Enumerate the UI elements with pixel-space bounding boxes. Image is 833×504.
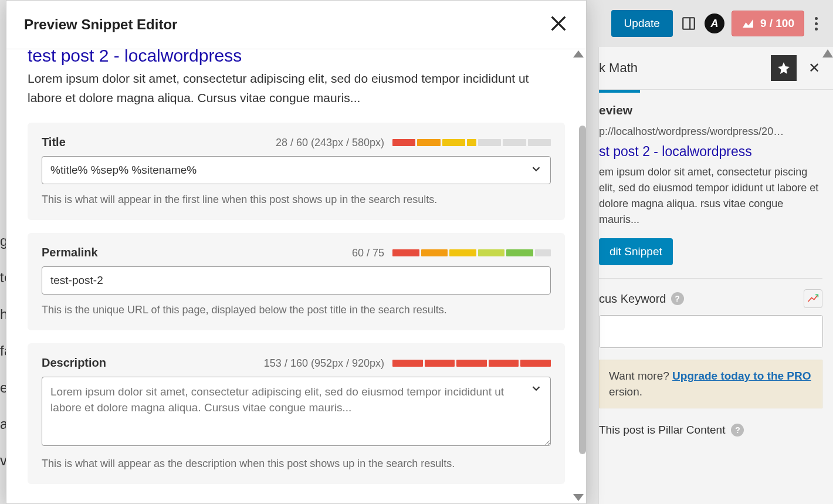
update-button[interactable]: Update bbox=[611, 10, 673, 37]
sidebar-tab-label[interactable]: k Math bbox=[599, 60, 771, 76]
title-counter: 28 / 60 (243px / 580px) bbox=[276, 137, 384, 149]
focus-keyword-row: cus Keyword ? bbox=[599, 289, 822, 308]
scroll-down-icon[interactable] bbox=[573, 494, 584, 501]
scrollbar-thumb[interactable] bbox=[579, 126, 586, 454]
snippet-editor-modal: Preview Snippet Editor test post 2 - loc… bbox=[6, 0, 587, 504]
upgrade-callout: Want more? Upgrade today to the PRO ersi… bbox=[599, 360, 822, 408]
permalink-input[interactable] bbox=[42, 266, 551, 295]
seo-score-badge[interactable]: 9 / 100 bbox=[732, 11, 804, 36]
rankmath-logo-icon[interactable]: A bbox=[705, 13, 724, 33]
focus-keyword-label: cus Keyword bbox=[599, 292, 666, 306]
modal-title: Preview Snippet Editor bbox=[24, 16, 548, 33]
permalink-help-text: This is the unique URL of this page, dis… bbox=[42, 304, 551, 316]
preview-snippet-desc: em ipsum dolor sit amet, consectetur pis… bbox=[599, 164, 822, 228]
upgrade-text-post: ersion. bbox=[609, 385, 642, 398]
seo-score-value: 9 / 100 bbox=[760, 17, 794, 30]
description-textarea[interactable] bbox=[42, 377, 551, 446]
title-label: Title bbox=[42, 136, 66, 149]
star-icon[interactable] bbox=[771, 55, 797, 81]
help-icon[interactable]: ? bbox=[671, 292, 684, 305]
permalink-progress bbox=[392, 249, 551, 256]
sidebar-body: eview p://localhost/wordpress/wordpress/… bbox=[599, 93, 833, 447]
description-progress bbox=[392, 360, 551, 367]
edit-snippet-button[interactable]: dit Snippet bbox=[599, 238, 673, 265]
close-icon[interactable]: ✕ bbox=[804, 57, 825, 79]
title-progress bbox=[392, 139, 551, 146]
scroll-up-icon[interactable] bbox=[822, 49, 833, 57]
trends-icon[interactable] bbox=[804, 289, 822, 308]
preview-heading: eview bbox=[599, 103, 822, 117]
chevron-down-icon[interactable] bbox=[530, 382, 543, 397]
serp-preview-title: test post 2 - localwordpress bbox=[28, 49, 565, 66]
title-input[interactable] bbox=[42, 156, 551, 184]
chevron-down-icon[interactable] bbox=[530, 163, 543, 178]
upgrade-link[interactable]: Upgrade today to the PRO bbox=[672, 370, 811, 382]
modal-header: Preview Snippet Editor bbox=[6, 1, 586, 49]
pillar-content-row[interactable]: This post is Pillar Content ? bbox=[599, 420, 822, 437]
top-toolbar: Update A 9 / 100 bbox=[611, 0, 833, 47]
title-help-text: This is what will appear in the first li… bbox=[42, 194, 551, 206]
description-label: Description bbox=[42, 356, 106, 370]
description-help-text: This is what will appear as the descript… bbox=[42, 458, 551, 470]
permalink-counter: 60 / 75 bbox=[352, 247, 384, 259]
permalink-label: Permalink bbox=[42, 246, 98, 259]
close-icon[interactable] bbox=[548, 13, 568, 36]
panel-toggle-icon[interactable] bbox=[680, 15, 697, 32]
permalink-field-card: Permalink 60 / 75 This is the unique URL… bbox=[28, 233, 565, 330]
focus-keyword-input[interactable] bbox=[599, 315, 823, 348]
modal-scrollbar[interactable] bbox=[578, 55, 586, 498]
sidebar-header: k Math ✕ bbox=[599, 47, 833, 90]
help-icon[interactable]: ? bbox=[731, 424, 744, 437]
divider bbox=[599, 278, 822, 279]
rankmath-sidebar: k Math ✕ eview p://localhost/wordpress/w… bbox=[598, 47, 833, 504]
title-field-card: Title 28 / 60 (243px / 580px) This is wh… bbox=[28, 123, 565, 220]
pillar-label: This post is Pillar Content bbox=[599, 424, 725, 437]
serp-preview-desc: Lorem ipsum dolor sit amet, consectetur … bbox=[28, 69, 565, 107]
description-counter: 153 / 160 (952px / 920px) bbox=[264, 357, 384, 370]
modal-body: test post 2 - localwordpress Lorem ipsum… bbox=[6, 49, 586, 503]
upgrade-text-pre: Want more? bbox=[609, 370, 672, 382]
preview-url: p://localhost/wordpress/wordpress/20… bbox=[599, 126, 822, 138]
more-menu-icon[interactable] bbox=[811, 13, 821, 34]
preview-snippet-title: st post 2 - localwordpress bbox=[599, 144, 822, 160]
svg-rect-0 bbox=[683, 18, 695, 29]
description-field-card: Description 153 / 160 (952px / 920px) Th… bbox=[28, 343, 565, 484]
